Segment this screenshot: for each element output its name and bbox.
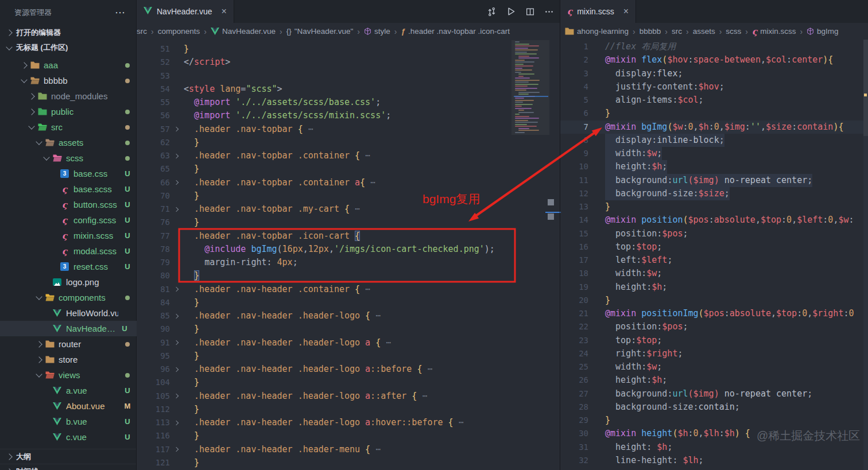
code-line-55[interactable]: 55 @import './../assets/scss/base.css'; xyxy=(137,96,560,109)
tab-mixin-scss[interactable]: ςmixin.scss× xyxy=(560,0,636,23)
tree-item-modal-scss[interactable]: ςmodal.scssU xyxy=(0,243,137,259)
section-outline[interactable]: 大纲 xyxy=(0,449,136,464)
tree-item-components[interactable]: components xyxy=(0,290,137,305)
code-line-62[interactable]: 62 } xyxy=(137,136,560,149)
code-line-80[interactable]: 80 } xyxy=(137,269,560,282)
code-line-57[interactable]: 57 .header .nav-topbar { ⋯ xyxy=(137,123,560,136)
code-line-1[interactable]: 1//flex 布局复用 xyxy=(560,40,868,53)
code-line-24[interactable]: 24 right:$right; xyxy=(560,347,868,360)
code-line-4[interactable]: 4 justify-content:$hov; xyxy=(560,80,868,94)
minimap-slider[interactable] xyxy=(863,40,868,136)
code-line-2[interactable]: 2@mixin flex($hov:space-between,$col:cen… xyxy=(560,53,868,67)
code-line-121[interactable]: 121 } xyxy=(137,456,560,469)
fold-toggle[interactable] xyxy=(170,176,183,189)
breadcrumb-item[interactable]: src xyxy=(672,27,682,36)
explorer-more-actions-icon[interactable]: ⋯ xyxy=(115,6,126,19)
tree-item-router[interactable]: router xyxy=(0,336,137,352)
tree-item-logo-png[interactable]: logo.png xyxy=(0,274,137,290)
code-editor-navheader[interactable]: 51}52</script>5354<style lang="scss">55 … xyxy=(137,40,560,470)
tree-item-config-scss[interactable]: ςconfig.scssU xyxy=(0,212,137,228)
code-line-16[interactable]: 16 top:$top; xyxy=(560,240,868,254)
tree-item-base-scss[interactable]: ςbase.scssU xyxy=(0,181,137,197)
code-line-95[interactable]: 95 } xyxy=(137,349,560,363)
breadcrumb-item[interactable]: ahong-learning xyxy=(565,27,629,36)
section-timeline[interactable]: 时间线 xyxy=(0,464,136,470)
breadcrumb-item[interactable]: ƒ.header .nav-topbar .icon-cart xyxy=(401,27,510,36)
fold-toggle[interactable] xyxy=(170,416,183,429)
code-line-90[interactable]: 90 } xyxy=(137,323,560,336)
code-line-76[interactable]: 76 } xyxy=(137,216,560,229)
breadcrumb-item[interactable]: components xyxy=(158,27,200,36)
code-line-9[interactable]: 9 width:$w; xyxy=(560,147,868,160)
breadcrumb-item[interactable]: src xyxy=(137,27,147,36)
code-line-84[interactable]: 84 } xyxy=(137,296,560,309)
code-line-104[interactable]: 104 } xyxy=(137,376,560,389)
tree-item-assets[interactable]: assets xyxy=(0,135,137,150)
code-line-65[interactable]: 65 } xyxy=(137,162,560,176)
code-line-20[interactable]: 20} xyxy=(560,294,868,307)
tree-item-button-scss[interactable]: ςbutton.scssU xyxy=(0,197,137,212)
code-line-52[interactable]: 52</script> xyxy=(137,56,560,69)
minimap[interactable] xyxy=(863,40,868,470)
code-line-11[interactable]: 11 background:url($img) no-repeat center… xyxy=(560,174,868,187)
code-line-51[interactable]: 51} xyxy=(137,42,560,56)
tree-item-node-modules[interactable]: node_modules xyxy=(0,88,137,104)
breadcrumb-item[interactable]: {}"NavHeader.vue" xyxy=(286,27,354,36)
breadcrumb-item[interactable]: bgImg xyxy=(807,27,839,36)
code-line-22[interactable]: 22 position:$pos; xyxy=(560,320,868,333)
tree-item-views[interactable]: views xyxy=(0,367,137,383)
code-line-79[interactable]: 79 margin-right: 4px; xyxy=(137,256,560,269)
code-line-85[interactable]: 85 .header .nav-header .header-logo { ⋯ xyxy=(137,309,560,323)
split-editor-button[interactable] xyxy=(525,7,535,17)
fold-toggle[interactable] xyxy=(170,363,183,376)
code-editor-mixin[interactable]: 1//flex 布局复用2@mixin flex($hov:space-betw… xyxy=(560,40,868,470)
code-line-26[interactable]: 26 height:$h; xyxy=(560,374,868,387)
minimap[interactable] xyxy=(514,41,548,142)
breadcrumb-item[interactable]: NavHeader.vue xyxy=(211,27,276,36)
tree-item-c-vue[interactable]: c.vueU xyxy=(0,429,137,445)
code-line-30[interactable]: 30@mixin height($h:0,$lh:$h) { xyxy=(560,427,868,440)
fold-toggle[interactable] xyxy=(170,390,183,403)
code-line-7[interactable]: 7@mixin bgImg($w:0,$h:0,$img:'',$size:co… xyxy=(560,121,868,134)
code-line-18[interactable]: 18 width:$w; xyxy=(560,267,868,280)
section-open-editors[interactable]: 打开的编辑器 xyxy=(0,25,136,40)
tree-item-b-vue[interactable]: b.vueU xyxy=(0,414,137,429)
code-line-23[interactable]: 23 top:$top; xyxy=(560,334,868,347)
tree-item-store[interactable]: store xyxy=(0,352,137,367)
code-line-19[interactable]: 19 height:$h; xyxy=(560,281,868,294)
tree-item-src[interactable]: src xyxy=(0,119,137,135)
tab-navheader-vue[interactable]: NavHeader.vue× xyxy=(137,0,234,23)
code-line-32[interactable]: 32 line-height: $lh; xyxy=(560,454,868,467)
tree-item-reset-css[interactable]: 3reset.cssU xyxy=(0,259,137,274)
tree-item-a-vue[interactable]: a.vueU xyxy=(0,383,137,398)
code-line-8[interactable]: 8 display:inline-block; xyxy=(560,134,868,147)
code-line-54[interactable]: 54<style lang="scss"> xyxy=(137,83,560,96)
code-line-56[interactable]: 56 @import './../assets/scss/mixin.scss'… xyxy=(137,109,560,122)
breadcrumb-item[interactable]: bbbbb xyxy=(640,27,661,36)
tree-item-bbbbb[interactable]: bbbbb xyxy=(0,73,137,88)
code-line-15[interactable]: 15 position:$pos; xyxy=(560,227,868,240)
tree-item-base-css[interactable]: 3base.cssU xyxy=(0,166,137,181)
close-icon[interactable]: × xyxy=(623,6,629,17)
code-line-5[interactable]: 5 align-items:$col; xyxy=(560,94,868,107)
tree-item-public[interactable]: public xyxy=(0,104,137,119)
code-line-81[interactable]: 81 .header .nav-header .container { ⋯ xyxy=(137,283,560,296)
fold-toggle[interactable] xyxy=(170,123,183,136)
code-line-27[interactable]: 27 background:url($img) no-repeat center… xyxy=(560,387,868,401)
fold-toggle[interactable] xyxy=(170,336,183,349)
code-line-113[interactable]: 113 .header .nav-header .header-logo a:h… xyxy=(137,416,560,429)
code-line-71[interactable]: 71 .header .nav-topbar .my-cart { ⋯ xyxy=(137,203,560,216)
fold-toggle[interactable] xyxy=(170,283,183,296)
breadcrumb-item[interactable]: assets xyxy=(693,27,715,36)
fold-toggle[interactable] xyxy=(170,309,183,323)
fold-toggle[interactable] xyxy=(170,149,183,162)
code-line-29[interactable]: 29} xyxy=(560,414,868,427)
code-line-14[interactable]: 14@mixin position($pos:absolute,$top:0,$… xyxy=(560,213,868,227)
run-button[interactable] xyxy=(506,6,516,17)
code-line-70[interactable]: 70 } xyxy=(137,189,560,203)
breadcrumb-item[interactable]: ςmixin.scss xyxy=(752,26,796,37)
tree-item-navheader-vue[interactable]: NavHeader.vueU xyxy=(0,321,137,336)
tree-item-aaa[interactable]: aaa xyxy=(0,57,137,73)
code-line-6[interactable]: 6} xyxy=(560,107,868,120)
tree-item-scss[interactable]: scss xyxy=(0,150,137,166)
